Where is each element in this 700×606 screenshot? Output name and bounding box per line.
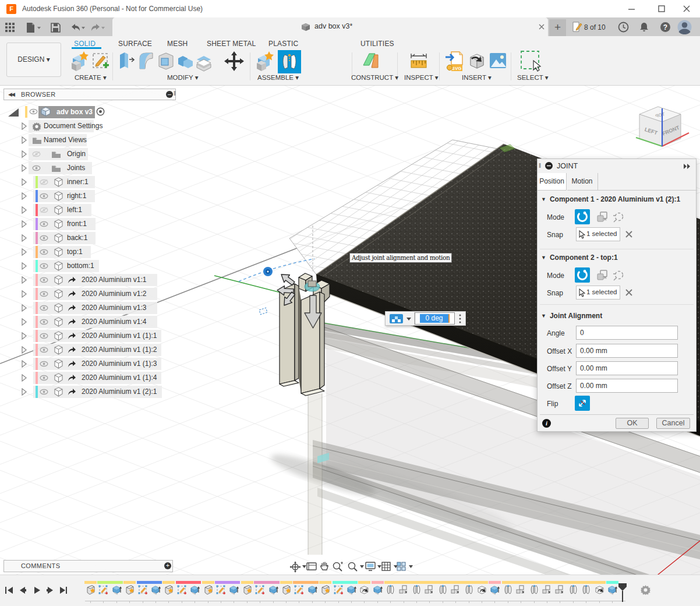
new-tab-button[interactable]: +	[549, 19, 566, 36]
orbit-icon[interactable]	[289, 561, 301, 573]
insert-derive-icon[interactable]	[466, 50, 486, 72]
timeline-joint-icon[interactable]	[503, 584, 514, 596]
expand-icon[interactable]	[21, 164, 27, 172]
timeline-extrude-icon[interactable]	[307, 584, 318, 596]
expand-icon[interactable]	[21, 332, 27, 340]
mode2-rigid-icon[interactable]	[575, 267, 590, 283]
angle-value-field[interactable]: 0 deg	[415, 312, 455, 325]
visibility-eye-icon[interactable]	[29, 108, 38, 115]
browser-row[interactable]: 2020 Aluminium v1:1	[3, 273, 176, 287]
offsetz-input[interactable]: 0.00 mm	[576, 379, 678, 393]
expand-icon[interactable]	[21, 248, 27, 256]
expand-icon[interactable]	[21, 178, 27, 186]
visibility-eye-icon[interactable]	[40, 291, 48, 297]
timeline-extrude-icon[interactable]	[150, 584, 161, 596]
timeline-joint-icon[interactable]	[464, 584, 475, 596]
visibility-eye-icon[interactable]	[32, 165, 41, 171]
angle-input-box[interactable]: 0 deg	[385, 311, 466, 326]
visibility-eye-icon[interactable]	[40, 389, 48, 395]
timeline-sketch-icon[interactable]	[333, 584, 344, 596]
maximize-button[interactable]	[656, 3, 667, 14]
group-label-insert[interactable]: INSERT ▾	[462, 73, 492, 82]
section-joint-alignment[interactable]: ▼Joint Alignment	[541, 312, 602, 320]
timeline-joint-icon[interactable]	[385, 584, 396, 596]
display-settings-icon[interactable]	[365, 561, 376, 572]
timeline-settings-gear-icon[interactable]	[641, 585, 650, 595]
visibility-eye-icon[interactable]	[40, 221, 48, 227]
grid-settings-icon[interactable]	[381, 561, 391, 572]
browser-row[interactable]: adv box v3	[3, 105, 176, 119]
info-icon[interactable]: i	[542, 419, 551, 428]
expand-icon[interactable]	[21, 136, 27, 144]
timeline-extrude-icon[interactable]	[489, 584, 500, 596]
look-at-icon[interactable]	[306, 561, 317, 572]
browser-row[interactable]: 2020 Aluminium v1:3	[3, 301, 176, 315]
pan-icon[interactable]	[319, 561, 330, 572]
timeline-extrude-icon[interactable]	[607, 584, 618, 596]
document-tab[interactable]: adv box v3*	[112, 17, 548, 36]
minimize-button[interactable]	[627, 3, 637, 14]
more-options-icon[interactable]	[455, 312, 465, 325]
expand-icon[interactable]	[21, 192, 27, 200]
avatar[interactable]	[677, 20, 692, 34]
cancel-button[interactable]: Cancel	[656, 418, 690, 429]
create-sketch-icon[interactable]	[90, 50, 110, 72]
tab-position[interactable]: Position	[538, 173, 567, 191]
fillet-icon[interactable]	[137, 50, 155, 72]
measure-icon[interactable]	[409, 50, 428, 72]
help-icon[interactable]: ?	[660, 22, 671, 33]
viewports-icon-dropdown[interactable]	[409, 565, 413, 569]
ribbon-tab-surface[interactable]: SURFACE	[118, 40, 152, 48]
snap2-clear-icon[interactable]	[625, 289, 632, 296]
mode1-rigid-icon[interactable]	[575, 209, 590, 224]
comments-add-icon[interactable]: +	[164, 562, 171, 569]
browser-row[interactable]: front:1	[3, 217, 176, 231]
browser-row[interactable]: 2020 Aluminium v1 (1):1	[3, 329, 176, 343]
mode2-ghost-icon[interactable]	[596, 269, 609, 281]
activate-radio-icon[interactable]	[96, 107, 105, 116]
snap2-button[interactable]: 1 selected	[576, 286, 620, 300]
timeline-joint-icon[interactable]	[437, 584, 448, 596]
visibility-eye-icon[interactable]	[40, 207, 48, 213]
mode1-between-icon[interactable]	[612, 210, 625, 223]
job-status-icon[interactable]	[572, 22, 582, 32]
browser-row[interactable]: inner:1	[3, 175, 176, 189]
timeline-component-icon[interactable]	[124, 584, 135, 596]
group-label-assemble[interactable]: ASSEMBLE ▾	[257, 73, 299, 82]
visibility-eye-icon[interactable]	[40, 333, 48, 339]
visibility-eye-icon[interactable]	[40, 263, 48, 269]
ribbon-tab-plastic[interactable]: PLASTIC	[268, 40, 298, 48]
expand-icon[interactable]	[21, 150, 27, 158]
browser-row[interactable]: 2020 Aluminium v1:4	[3, 315, 176, 329]
browser-minus-icon[interactable]: –	[166, 91, 173, 98]
timeline-derive-icon[interactable]	[594, 584, 605, 596]
browser-row[interactable]: top:1	[3, 245, 176, 259]
timeline-joint-icon[interactable]	[411, 584, 422, 596]
timeline-extrude-icon[interactable]	[372, 584, 383, 596]
app-grid-icon[interactable]	[5, 22, 16, 33]
timeline-joint-icon[interactable]	[581, 584, 592, 596]
expand-icon[interactable]	[21, 206, 27, 214]
expand-icon[interactable]	[21, 234, 27, 242]
group-label-select[interactable]: SELECT ▾	[517, 73, 549, 82]
timeline-step-back-icon[interactable]	[18, 586, 27, 595]
select-tool-icon[interactable]	[520, 50, 543, 73]
viewports-icon[interactable]	[396, 561, 406, 572]
timeline-derive-icon[interactable]	[476, 584, 487, 596]
visibility-eye-icon[interactable]	[40, 193, 48, 199]
timeline-joint-icon[interactable]	[568, 584, 579, 596]
timeline-move-icon[interactable]	[515, 584, 526, 596]
visibility-eye-icon[interactable]	[40, 375, 48, 381]
clock-icon[interactable]	[618, 22, 629, 33]
timeline-move-icon[interactable]	[542, 584, 553, 596]
offset-face-icon[interactable]	[194, 50, 214, 72]
comments-bar[interactable]: COMMENTS +	[3, 560, 173, 572]
browser-row[interactable]: 2020 Aluminium v1 (1):2	[3, 343, 176, 357]
visibility-eye-icon[interactable]	[40, 347, 48, 353]
group-label-construct[interactable]: CONSTRUCT ▾	[351, 73, 398, 82]
timeline-play-icon[interactable]	[33, 586, 41, 595]
timeline-sketch-icon[interactable]	[176, 584, 188, 596]
snap1-button[interactable]: 1 selected	[576, 227, 620, 241]
offsetx-input[interactable]: 0.00 mm	[576, 344, 678, 358]
angle-input[interactable]: 0	[576, 326, 678, 340]
